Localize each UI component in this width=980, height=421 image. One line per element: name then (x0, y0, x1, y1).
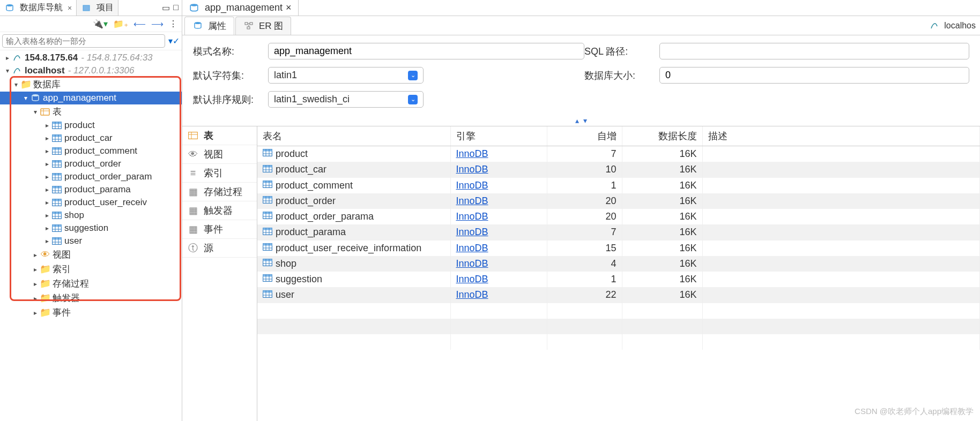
table-icon (51, 223, 62, 234)
table-node[interactable]: ▸shop (0, 209, 182, 222)
table-row[interactable]: suggestionInnoDB116K (257, 272, 980, 287)
expand-icon[interactable]: ▸ (43, 224, 51, 232)
expand-icon[interactable]: ▸ (31, 266, 40, 273)
table-icon (51, 146, 62, 156)
table-row[interactable]: shopInnoDB416K (257, 256, 980, 272)
menu-icon[interactable]: ⋮ (169, 19, 177, 29)
close-icon[interactable]: × (286, 2, 292, 13)
table-row[interactable]: product_paramaInnoDB716K (257, 224, 980, 240)
collation-select[interactable]: latin1_swedish_ci⌄ (268, 91, 424, 108)
table-row[interactable]: product_order_paramaInnoDB2016K (257, 209, 980, 224)
server-node[interactable]: ▸ 154.8.175.64 - 154.8.175.64:33 (0, 51, 182, 64)
table-node[interactable]: ▸product_order (0, 157, 182, 170)
expand-icon[interactable]: ▸ (31, 309, 40, 317)
sql-path-input[interactable] (659, 43, 969, 59)
tab-properties[interactable]: 属性 (184, 17, 234, 35)
server-node[interactable]: ▾ localhost - 127.0.0.1:3306 (0, 64, 182, 77)
tables-node[interactable]: ▾ 表 (0, 104, 182, 119)
table-row[interactable]: product_commentInnoDB116K (257, 178, 980, 193)
category-node[interactable]: ▸👁视图 (0, 247, 182, 262)
db-size-input[interactable] (659, 67, 969, 84)
cell-engine[interactable]: InnoDB (456, 258, 488, 269)
category-node[interactable]: ▸📁事件 (0, 305, 182, 320)
category-item[interactable]: ▦触发器 (182, 201, 257, 220)
restore-icon[interactable]: □ (173, 3, 179, 13)
cell-engine[interactable]: InnoDB (456, 274, 488, 284)
cell-engine[interactable]: InnoDB (456, 196, 488, 206)
expand-icon[interactable]: ▸ (43, 134, 51, 142)
main-tab[interactable]: app_management × (182, 0, 299, 16)
cell-engine[interactable]: InnoDB (456, 180, 488, 191)
table-row[interactable]: userInnoDB2216K (257, 287, 980, 303)
table-row[interactable]: product_orderInnoDB2016K (257, 193, 980, 209)
search-input[interactable] (2, 34, 165, 48)
col-autoinc[interactable]: 自增 (547, 126, 622, 146)
col-engine[interactable]: 引擎 (450, 126, 547, 146)
collapse-icon[interactable]: ▾ (21, 94, 30, 102)
expand-icon[interactable]: ▸ (43, 122, 51, 129)
database-node[interactable]: ▾ app_management (0, 92, 182, 104)
minimize-icon[interactable]: ▭ (162, 3, 170, 13)
left-toolbar: 🔌▾ 📁₊ ⟵ ⟶ ⋮ (0, 16, 182, 32)
arrow-left-icon[interactable]: ⟵ (133, 19, 146, 29)
schema-name-input[interactable] (268, 43, 584, 59)
expand-icon[interactable]: ▸ (43, 173, 51, 181)
node-label: user (64, 236, 82, 246)
new-folder-icon[interactable]: 📁₊ (113, 19, 128, 29)
category-item[interactable]: ⓣ源 (182, 239, 257, 258)
category-item[interactable]: 表 (182, 126, 257, 145)
expand-icon[interactable]: ▸ (43, 147, 51, 155)
collapse-icon[interactable]: ▾ (12, 81, 20, 88)
table-node[interactable]: ▸suggestion (0, 222, 182, 235)
table-node[interactable]: ▸product_comment (0, 145, 182, 157)
tab-er-diagram[interactable]: ER 图 (235, 17, 291, 35)
splitter-handle[interactable]: ▴ ▾ (182, 115, 980, 126)
expand-icon[interactable]: ▸ (31, 295, 40, 302)
table-node[interactable]: ▸product (0, 119, 182, 132)
table-node[interactable]: ▸product_order_param (0, 170, 182, 183)
cell-engine[interactable]: InnoDB (456, 148, 488, 159)
cell-engine[interactable]: InnoDB (456, 164, 488, 175)
charset-select[interactable]: latin1⌄ (268, 67, 424, 84)
collapse-icon[interactable]: ▾ (3, 67, 12, 74)
category-item[interactable]: ▦存储过程 (182, 183, 257, 201)
col-name[interactable]: 表名 (257, 126, 450, 146)
table-node[interactable]: ▸product_user_receiv (0, 196, 182, 209)
tab-label: 项目 (96, 2, 114, 13)
table-node[interactable]: ▸product_parama (0, 183, 182, 196)
col-datalen[interactable]: 数据长度 (622, 126, 702, 146)
table-node[interactable]: ▸product_car (0, 132, 182, 145)
expand-icon[interactable]: ▸ (43, 212, 51, 219)
cell-engine[interactable]: InnoDB (456, 211, 488, 222)
table-row[interactable]: productInnoDB716K (257, 146, 980, 162)
arrow-right-icon[interactable]: ⟶ (151, 19, 164, 29)
col-desc[interactable]: 描述 (702, 126, 980, 146)
expand-icon[interactable]: ▸ (43, 237, 51, 245)
expand-icon[interactable]: ▸ (43, 160, 51, 168)
category-item[interactable]: ▦事件 (182, 220, 257, 239)
tab-project[interactable]: 项目 (77, 0, 118, 16)
category-node[interactable]: ▸📁触发器 (0, 291, 182, 305)
tab-db-nav[interactable]: 数据库导航 × (0, 0, 77, 16)
category-node[interactable]: ▸📁存储过程 (0, 276, 182, 291)
expand-icon[interactable]: ▸ (31, 280, 40, 288)
table-row[interactable]: product_user_receive_informationInnoDB15… (257, 240, 980, 256)
category-item[interactable]: ≡索引 (182, 164, 257, 183)
expand-icon[interactable]: ▸ (43, 199, 51, 206)
connection-badge[interactable]: localhos (929, 20, 976, 31)
cell-engine[interactable]: InnoDB (456, 227, 488, 237)
table-node[interactable]: ▸user (0, 235, 182, 247)
filter-icon[interactable]: ▾✓ (168, 36, 180, 46)
databases-node[interactable]: ▾ 📁 数据库 (0, 77, 182, 92)
category-item[interactable]: 👁视图 (182, 145, 257, 164)
close-icon[interactable]: × (68, 4, 72, 12)
collapse-icon[interactable]: ▾ (31, 108, 40, 116)
cell-engine[interactable]: InnoDB (456, 243, 488, 253)
plug-icon[interactable]: 🔌▾ (93, 19, 108, 29)
table-row[interactable]: product_carInnoDB1016K (257, 162, 980, 177)
category-node[interactable]: ▸📁索引 (0, 262, 182, 276)
expand-icon[interactable]: ▸ (43, 186, 51, 193)
cell-engine[interactable]: InnoDB (456, 289, 488, 300)
expand-icon[interactable]: ▸ (31, 251, 40, 259)
expand-icon[interactable]: ▸ (3, 54, 12, 62)
